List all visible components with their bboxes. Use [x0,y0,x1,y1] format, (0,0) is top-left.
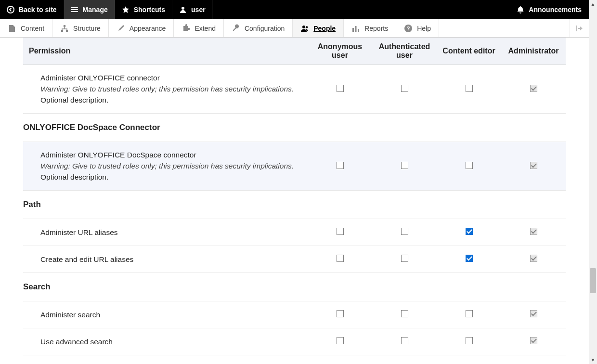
svg-rect-2 [71,9,78,10]
permission-row: Administer URL aliases [23,219,566,246]
permission-checkbox-cell [372,301,437,328]
menu-configuration[interactable]: Configuration [224,19,293,37]
permission-checkbox-cell [437,246,501,273]
permission-checkbox[interactable] [530,255,537,262]
permission-title-cell: Administer URL aliases [23,219,308,246]
announcements-label: Announcements [529,6,582,13]
col-content-editor: Content editor [437,38,501,65]
permission-checkbox[interactable] [401,255,408,262]
scroll-down-arrow[interactable]: ▼ [589,356,597,364]
menu-help[interactable]: ? Help [396,19,439,37]
permission-checkbox[interactable] [401,228,408,235]
svg-rect-1 [71,7,78,8]
permission-checkbox[interactable] [466,310,473,317]
admin-toolbar: Back to site Manage Shortcuts user Anno [0,0,589,19]
permission-checkbox[interactable] [466,228,473,235]
permission-checkbox-cell [501,65,566,114]
user-menu-button[interactable]: user [172,0,213,19]
permission-warning: Warning: Give to trusted roles only; thi… [29,83,302,95]
col-administrator: Administrator [501,38,566,65]
permission-checkbox[interactable] [466,255,473,262]
permissions-table: Permission Anonymous user Authenticated … [23,38,566,355]
menu-reports-label: Reports [364,25,388,32]
manage-button[interactable]: Manage [64,0,115,19]
permission-checkbox[interactable] [530,337,537,344]
permission-checkbox-cell [372,142,437,191]
permission-checkbox[interactable] [401,85,408,92]
permission-checkbox[interactable] [337,310,344,317]
bell-icon [517,6,524,13]
svg-point-0 [7,6,14,13]
svg-rect-10 [352,28,354,32]
permission-title: Create and edit URL aliases [29,255,302,264]
permission-checkbox-cell [372,246,437,273]
permission-title-cell: Administer search [23,301,308,328]
permission-checkbox[interactable] [337,85,344,92]
collapse-menubar-button[interactable] [570,19,589,37]
menu-appearance[interactable]: Appearance [109,19,174,37]
permission-checkbox-cell [372,65,437,114]
permission-checkbox-cell [372,219,437,246]
svg-rect-12 [358,29,359,32]
vertical-scrollbar[interactable]: ▲ ▼ [589,0,597,364]
permission-checkbox-cell [437,142,501,191]
permission-checkbox-cell [308,246,372,273]
permission-checkbox[interactable] [401,310,408,317]
permission-section-row: Search [23,273,566,301]
permission-section-row: ONLYOFFICE DocSpace Connector [23,114,566,142]
menu-structure[interactable]: Structure [52,19,109,37]
permission-checkbox-cell [437,301,501,328]
permission-checkbox-cell [437,328,501,355]
permission-checkbox[interactable] [337,337,344,344]
permission-checkbox[interactable] [337,228,344,235]
permission-checkbox[interactable] [466,162,473,169]
permission-section-row: Path [23,191,566,219]
svg-rect-3 [71,11,78,12]
col-authenticated: Authenticated user [372,38,437,65]
collapse-icon [575,24,584,33]
menu-people[interactable]: People [293,19,344,37]
menu-help-label: Help [417,25,431,32]
svg-rect-5 [64,25,65,27]
permission-checkbox[interactable] [466,85,473,92]
back-to-site-button[interactable]: Back to site [0,0,64,19]
hamburger-icon [71,6,78,13]
permission-checkbox[interactable] [401,162,408,169]
permission-title: Administer ONLYOFFICE DocSpace connector [29,151,302,159]
shortcuts-label: Shortcuts [134,6,165,13]
svg-point-8 [302,26,305,28]
scroll-thumb[interactable] [590,268,596,293]
shortcuts-button[interactable]: Shortcuts [115,0,172,19]
people-icon [300,24,309,33]
announcements-button[interactable]: Announcements [510,0,589,19]
permission-warning: Warning: Give to trusted roles only; thi… [29,160,302,172]
permission-checkbox[interactable] [530,310,537,317]
permission-checkbox[interactable] [337,255,344,262]
permission-checkbox-cell [372,328,437,355]
permission-checkbox[interactable] [337,162,344,169]
permission-checkbox-cell [501,219,566,246]
permission-checkbox[interactable] [530,228,537,235]
permission-title: Use advanced search [29,338,302,346]
permissions-header-row: Permission Anonymous user Authenticated … [23,38,566,65]
menu-extend[interactable]: Extend [174,19,224,37]
permission-optional-desc: Optional description. [29,173,302,182]
permission-checkbox[interactable] [530,85,537,92]
menu-content[interactable]: Content [0,19,52,37]
user-icon [179,6,187,13]
permission-title-cell: Use advanced search [23,328,308,355]
wrench-icon [232,24,240,33]
permission-row: Create and edit URL aliases [23,246,566,273]
scroll-up-arrow[interactable]: ▲ [589,0,597,8]
permission-checkbox-cell [501,246,566,273]
permission-checkbox-cell [437,65,501,114]
permission-checkbox-cell [308,328,372,355]
permission-checkbox[interactable] [401,337,408,344]
permission-row: Administer ONLYOFFICE DocSpace connector… [23,142,566,191]
svg-rect-7 [66,30,68,32]
permission-checkbox-cell [501,328,566,355]
permission-checkbox[interactable] [466,337,473,344]
permission-section-title: ONLYOFFICE DocSpace Connector [23,123,560,132]
menu-reports[interactable]: Reports [344,19,396,37]
permission-checkbox[interactable] [530,162,537,169]
